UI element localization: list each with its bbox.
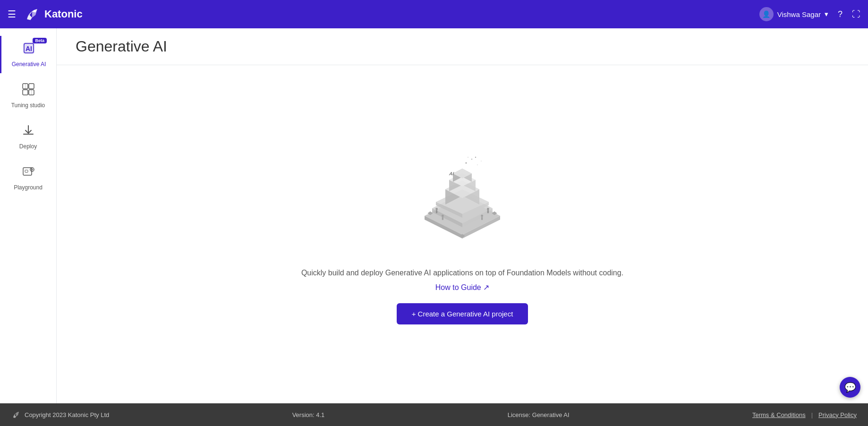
page-title: Generative AI xyxy=(76,38,849,55)
fullscreen-icon[interactable]: ⛶ xyxy=(852,9,860,19)
footer-links: Terms & Conditions | Privacy Policy xyxy=(752,411,857,418)
sidebar: Beta AI Generative AI xyxy=(0,28,57,403)
terms-conditions-link[interactable]: Terms & Conditions xyxy=(752,411,806,418)
footer-version: Version: 4.1 xyxy=(292,411,325,418)
svg-point-37 xyxy=(481,161,482,162)
footer-copyright: Copyright 2023 Katonic Pty Ltd xyxy=(25,411,109,418)
avatar: 👤 xyxy=(759,7,774,21)
illustration: AI xyxy=(406,144,519,257)
header-right: 👤 Vishwa Sagar ▾ ? ⛶ xyxy=(759,7,860,21)
sidebar-item-label: Playground xyxy=(14,184,43,191)
svg-rect-12 xyxy=(25,170,28,172)
header: ☰ Katonic 👤 Vishwa Sagar ▾ ? ⛶ xyxy=(0,0,868,28)
description-text: Quickly build and deploy Generative AI a… xyxy=(301,269,623,277)
svg-rect-39 xyxy=(436,210,437,213)
sidebar-item-deploy[interactable]: Deploy xyxy=(0,118,56,155)
chat-bubble-button[interactable]: 💬 xyxy=(840,377,860,398)
content-area: Generative AI xyxy=(57,28,868,403)
sidebar-item-label: Tuning studio xyxy=(11,102,45,109)
logo: Katonic xyxy=(24,6,83,23)
svg-point-44 xyxy=(481,215,483,217)
footer-separator: | xyxy=(811,411,813,418)
svg-rect-6 xyxy=(23,90,28,95)
help-icon[interactable]: ? xyxy=(838,9,842,19)
footer-license: License: Generative AI xyxy=(508,411,570,418)
deploy-icon xyxy=(22,124,35,140)
footer-logo-icon xyxy=(11,410,21,419)
how-to-guide-link[interactable]: How to Guide ↗ xyxy=(435,283,489,292)
svg-point-0 xyxy=(34,10,36,12)
svg-rect-43 xyxy=(442,217,443,220)
svg-rect-41 xyxy=(487,210,489,213)
create-project-button[interactable]: + Create a Generative AI project xyxy=(397,303,528,324)
sidebar-item-label: Deploy xyxy=(19,143,37,150)
generative-ai-icon: AI xyxy=(22,42,35,58)
beta-badge: Beta xyxy=(33,38,47,43)
sidebar-item-label: Generative AI xyxy=(12,61,46,68)
svg-point-36 xyxy=(475,157,476,158)
hamburger-menu-icon[interactable]: ☰ xyxy=(8,9,16,20)
header-left: ☰ Katonic xyxy=(8,6,83,23)
sidebar-item-tuning-studio[interactable]: Tuning studio xyxy=(0,77,56,114)
svg-point-35 xyxy=(468,157,468,158)
svg-point-33 xyxy=(471,159,472,160)
user-menu[interactable]: 👤 Vishwa Sagar ▾ xyxy=(759,7,828,21)
footer-logo: Copyright 2023 Katonic Pty Ltd xyxy=(11,410,109,419)
sidebar-item-generative-ai[interactable]: Beta AI Generative AI xyxy=(0,36,56,73)
svg-point-38 xyxy=(435,208,438,210)
footer: Copyright 2023 Katonic Pty Ltd Version: … xyxy=(0,403,868,426)
svg-rect-5 xyxy=(29,84,34,89)
sidebar-item-playground[interactable]: Playground xyxy=(0,159,56,196)
svg-text:AI: AI xyxy=(26,45,32,52)
svg-rect-45 xyxy=(481,217,483,220)
user-name: Vishwa Sagar xyxy=(777,10,821,18)
chevron-down-icon: ▾ xyxy=(825,10,828,18)
logo-text: Katonic xyxy=(44,8,83,20)
tuning-studio-icon xyxy=(22,83,35,99)
isometric-building-icon: AI xyxy=(406,144,519,257)
chat-icon: 💬 xyxy=(844,382,856,393)
privacy-policy-link[interactable]: Privacy Policy xyxy=(818,411,857,418)
katonic-logo-icon xyxy=(24,6,41,23)
svg-point-32 xyxy=(465,162,467,163)
svg-point-40 xyxy=(487,208,489,210)
main-content: AI xyxy=(57,65,868,403)
svg-point-34 xyxy=(477,164,478,165)
page-title-bar: Generative AI xyxy=(57,28,868,65)
playground-icon xyxy=(22,165,35,181)
svg-point-42 xyxy=(442,215,444,217)
main-layout: Beta AI Generative AI xyxy=(0,28,868,403)
